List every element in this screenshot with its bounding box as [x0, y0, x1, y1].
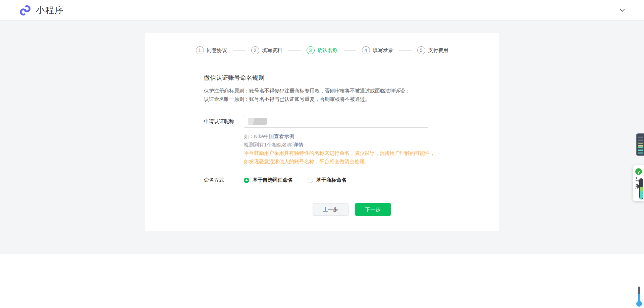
miniprogram-logo-icon [18, 4, 32, 17]
progress-stepper: 1 同意协议 2 填写资料 3 确认名称 4 填写发票 5 支付费用 [145, 33, 499, 54]
similar-text: 检测到有1个相似名称 [244, 142, 293, 147]
step-label: 填写发票 [373, 47, 393, 54]
similar-name-hint: 检测到有1个相似名称 详情 [244, 140, 499, 149]
step-pay: 5 支付费用 [417, 46, 448, 54]
card-content: 微信认证账号命名规则 保护注册商标原则：账号名不得侵犯注册商标专用权，否则审核将… [145, 54, 499, 216]
step-label: 填写资料 [262, 47, 282, 54]
step-buttons: 上一步 下一步 [204, 203, 499, 216]
step-label: 同意协议 [207, 47, 227, 54]
rules-title: 微信认证账号命名规则 [204, 74, 499, 82]
radio-selected-icon[interactable] [244, 178, 249, 183]
radio-unselected-icon[interactable] [308, 178, 313, 183]
step-circle: 3 [307, 46, 315, 54]
main-area: 1 同意协议 2 填写资料 3 确认名称 4 填写发票 5 支付费用 [0, 21, 644, 254]
step-label: 确认名称 [318, 47, 338, 54]
naming-method-row: 命名方式 基于自选词汇命名 基于商标命名 [204, 177, 499, 183]
step-label: 支付费用 [428, 47, 448, 54]
warning-line-1: 平台鼓励用户采用具有独特性的名称来进行命名，减少误导，混淆用户理解的可能性， [244, 149, 499, 157]
naming-method-label: 命名方式 [204, 177, 244, 183]
minimap-yellow-stripes [638, 143, 643, 147]
minimap-gray-stripes [638, 136, 643, 143]
step-circle: 2 [251, 46, 259, 54]
step-confirm-name: 3 确认名称 [307, 46, 338, 54]
verification-card: 1 同意协议 2 填写资料 3 确认名称 4 填写发票 5 支付费用 [145, 33, 499, 231]
prev-step-button[interactable]: 上一步 [313, 203, 348, 216]
rules-line-2: 认证命名唯一原则：账号名不得与已认证账号重复，否则审核将不被通过。 [204, 95, 499, 103]
example-hint: 如：Nike中国查看示例 [244, 132, 499, 140]
nickname-hints: 如：Nike中国查看示例 检测到有1个相似名称 详情 平台鼓励用户采用具有独特性… [244, 132, 499, 166]
chevron-down-icon[interactable] [620, 9, 625, 12]
step-divider [233, 50, 246, 51]
radio-word-label: 基于自选词汇命名 [253, 177, 293, 183]
rules-line-1: 保护注册商标原则：账号名不得侵犯注册商标专用权，否则审核将不被通过或面临法律诉讼… [204, 86, 499, 95]
top-header: 小程序 [0, 0, 644, 21]
step-circle: 5 [417, 46, 425, 54]
step-invoice: 4 填写发票 [362, 46, 393, 54]
view-example-link[interactable]: 查看示例 [274, 133, 294, 139]
step-circle: 4 [362, 46, 370, 54]
details-link[interactable]: 详情 [293, 142, 304, 147]
nickname-row: 申请认证昵称 [204, 115, 499, 128]
step-agree: 1 同意协议 [196, 46, 227, 54]
nickname-input-wrap [244, 115, 428, 128]
step-info: 2 填写资料 [251, 46, 282, 54]
nav-badge-icon: y [635, 168, 642, 175]
app-title: 小程序 [36, 4, 64, 16]
radio-word-based[interactable]: 基于自选词汇命名 [244, 177, 293, 183]
scroll-minimap-widget[interactable] [636, 133, 644, 156]
scroll-thermometer-bulb-icon[interactable] [636, 301, 642, 307]
step-divider [343, 50, 356, 51]
nickname-input[interactable] [244, 115, 428, 128]
nickname-label: 申请认证昵称 [204, 115, 244, 128]
next-step-button[interactable]: 下一步 [355, 203, 391, 216]
nav-scroll-pill[interactable] [639, 178, 643, 199]
footer-area [0, 254, 644, 308]
step-circle: 1 [196, 46, 204, 54]
step-divider [399, 50, 412, 51]
radio-trademark-based[interactable]: 基于商标命名 [308, 177, 346, 183]
minimap-teal-stripes [638, 147, 643, 153]
radio-trademark-label: 基于商标命名 [316, 177, 346, 183]
naming-method-group: 基于自选词汇命名 基于商标命名 [244, 177, 346, 183]
step-divider [288, 50, 301, 51]
warning-line-2: 如发现恶意混淆他人的账号名称，平台将会做清空处理。 [244, 157, 499, 166]
app-logo: 小程序 [18, 4, 64, 17]
example-prefix: 如：Nike中国 [244, 133, 274, 139]
